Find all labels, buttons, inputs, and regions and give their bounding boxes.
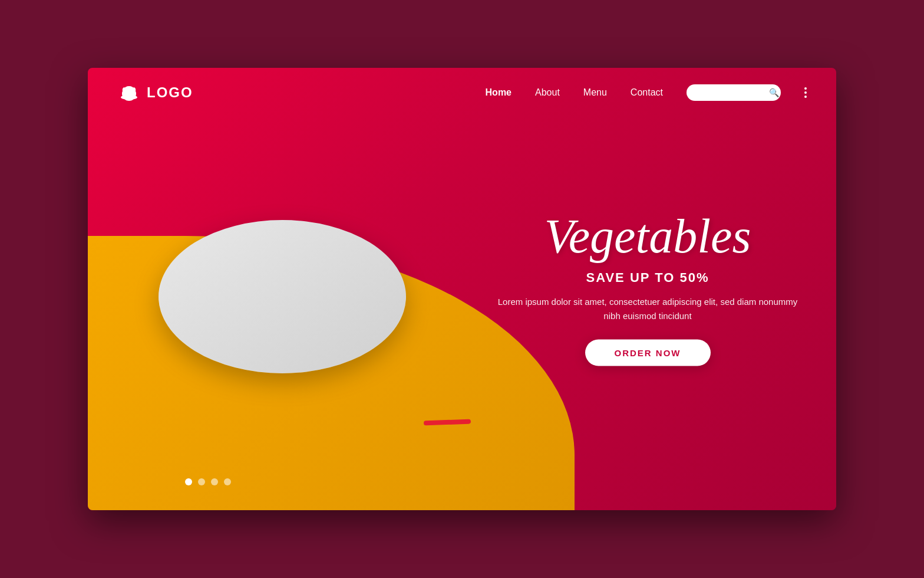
nav-menu[interactable]: Menu — [583, 87, 607, 98]
browser-window: LOGO Home About Menu Contact 🔍 — [88, 68, 836, 510]
more-dot-3 — [804, 96, 807, 98]
logo-area: LOGO — [117, 81, 193, 104]
dot-1[interactable] — [185, 478, 192, 485]
more-menu-icon[interactable] — [804, 87, 807, 98]
svg-point-4 — [121, 95, 137, 100]
outer-background: LOGO Home About Menu Contact 🔍 — [88, 68, 836, 510]
navbar: LOGO Home About Menu Contact 🔍 — [88, 68, 836, 117]
nav-contact[interactable]: Contact — [631, 87, 663, 98]
pagination-dots — [185, 478, 231, 485]
save-text: SAVE UP TO 50% — [494, 270, 801, 285]
search-icon: 🔍 — [769, 88, 779, 97]
hero-content: Vegetables SAVE UP TO 50% Lorem ipsum do… — [494, 212, 801, 366]
dot-4[interactable] — [224, 478, 231, 485]
logo-text: LOGO — [147, 84, 193, 101]
order-now-button[interactable]: ORDER NOW — [585, 340, 711, 366]
dot-2[interactable] — [198, 478, 205, 485]
nav-home[interactable]: Home — [486, 87, 512, 98]
more-dot-1 — [804, 87, 807, 90]
product-image-placeholder — [159, 220, 406, 373]
description-text: Lorem ipsum dolor sit amet, consectetuer… — [494, 295, 801, 323]
logo-icon — [117, 81, 141, 104]
more-dot-2 — [804, 91, 807, 94]
search-input[interactable] — [695, 88, 765, 97]
nav-about[interactable]: About — [535, 87, 560, 98]
vegetables-title: Vegetables — [494, 212, 801, 261]
nav-links: Home About Menu Contact 🔍 — [486, 84, 807, 101]
landing-page: LOGO Home About Menu Contact 🔍 — [88, 68, 836, 510]
search-bar: 🔍 — [687, 84, 781, 101]
dot-3[interactable] — [211, 478, 218, 485]
